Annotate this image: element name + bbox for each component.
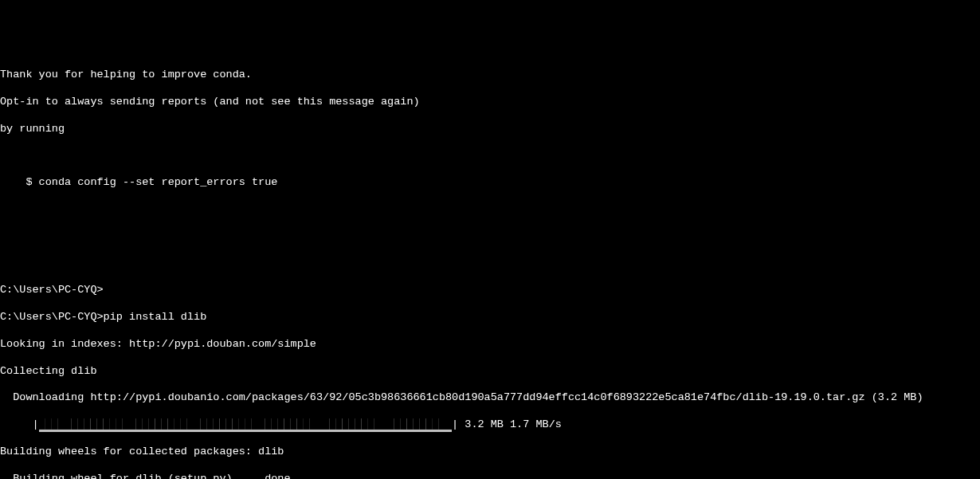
prompt-line[interactable]: C:\Users\PC-CYQ> xyxy=(0,284,980,297)
output-line: $ conda config --set report_errors true xyxy=(0,176,980,190)
output-line xyxy=(0,203,980,217)
output-line: Looking in indexes: http://pypi.douban.c… xyxy=(0,338,980,351)
output-line: Building wheel for dlib (setup.py) ... d… xyxy=(0,473,980,479)
output-line xyxy=(0,150,980,163)
output-line xyxy=(0,230,980,244)
terminal-output: Thank you for helping to improve conda. … xyxy=(0,54,980,480)
output-line: Opt-in to always sending reports (and no… xyxy=(0,96,980,109)
output-line: Thank you for helping to improve conda. xyxy=(0,69,980,82)
progress-line: |███████████████████████████████████████… xyxy=(0,418,980,432)
output-line: Downloading http://pypi.doubanio.com/pac… xyxy=(0,391,980,405)
progress-prefix: | xyxy=(0,418,39,430)
output-line: Building wheels for collected packages: … xyxy=(0,446,980,459)
output-line xyxy=(0,257,980,271)
progress-suffix: | 3.2 MB 1.7 MB/s xyxy=(452,418,562,430)
progress-bar-fill: ████████████████████████████████████████… xyxy=(39,418,452,432)
output-line: by running xyxy=(0,123,980,136)
output-line: Collecting dlib xyxy=(0,365,980,379)
prompt-line[interactable]: C:\Users\PC-CYQ>pip install dlib xyxy=(0,311,980,324)
